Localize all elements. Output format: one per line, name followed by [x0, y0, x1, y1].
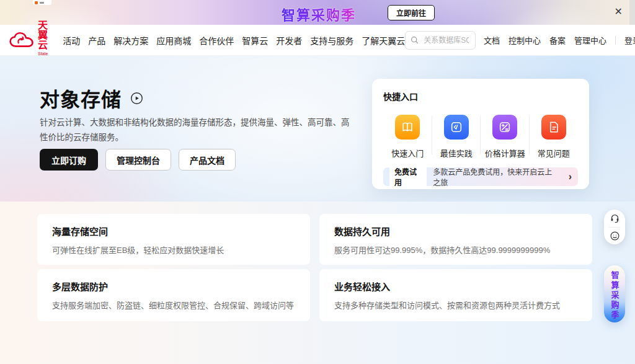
- promo-banner: 智算采购季 立即前往 ✕: [0, 0, 635, 25]
- smiley-feedback-icon[interactable]: [610, 231, 620, 241]
- browser-tab-artifact: [33, 0, 51, 5]
- logo-name: 天翼云: [38, 20, 49, 50]
- play-video-icon[interactable]: [130, 92, 143, 105]
- campaign-banner-text: 智算采购季: [609, 271, 621, 322]
- menu-item-activities[interactable]: 活动: [63, 34, 80, 47]
- page-title: 对象存储: [40, 84, 122, 112]
- free-trial-badge: 免费试用: [389, 164, 427, 189]
- free-trial-banner[interactable]: 免费试用 多款云产品免费试用，快来开启云上之旅 ›: [383, 167, 578, 186]
- floating-support-pill: [604, 210, 625, 244]
- menu-item-partners[interactable]: 合作伙伴: [199, 34, 234, 47]
- console-button[interactable]: 管理控制台: [105, 149, 171, 171]
- divider: [609, 227, 620, 228]
- menu-item-products[interactable]: 产品: [88, 34, 105, 47]
- hero-description: 针对云计算、大数据和非结构化数据的海量存储形态，提供海量、弹性、高可靠、高性价比…: [40, 115, 350, 144]
- tab-dots: [40, 2, 44, 4]
- hero-section: 对象存储 针对云计算、大数据和非结构化数据的海量存储形态，提供海量、弹性、高可靠…: [0, 56, 635, 202]
- link-beian[interactable]: 备案: [549, 34, 566, 46]
- headset-icon[interactable]: [610, 213, 620, 223]
- divider: [615, 36, 616, 45]
- feature-title: 海量存储空间: [52, 224, 295, 237]
- code-icon: [444, 115, 469, 140]
- close-icon[interactable]: ✕: [615, 6, 623, 19]
- page: 智算采购季 立即前往 ✕ 天翼云 State Cloud 活动 产品 解决方案 …: [0, 0, 635, 364]
- feature-desc: 支持多种存储类型和访问模式、按需和资源包两种灵活计费方式: [334, 299, 577, 311]
- menu-item-app-mall[interactable]: 应用商城: [156, 34, 191, 47]
- menu-item-solutions[interactable]: 解决方案: [113, 34, 148, 47]
- quick-entry-items: 快速入门 最佳实践: [383, 115, 578, 159]
- free-trial-text: 多款云产品免费试用，快来开启云上之旅: [433, 166, 556, 187]
- book-icon: [395, 115, 420, 140]
- scrollbar-strip[interactable]: [629, 0, 635, 25]
- feature-title: 多层数据防护: [52, 280, 295, 293]
- main-menu: 活动 产品 解决方案 应用商城 合作伙伴 智算云 开发者 支持与服务 了解天翼云: [63, 34, 405, 47]
- chevron-right-icon: ›: [569, 172, 572, 182]
- quick-entry-getting-started[interactable]: 快速入门: [383, 115, 432, 159]
- promo-cta-button[interactable]: 立即前往: [388, 5, 435, 20]
- feature-desc: 服务可用性可达99.995%，数据持久性高达99.9999999999%: [334, 244, 577, 255]
- promo-title: 智算采购季: [282, 4, 356, 24]
- navbar: 天翼云 State Cloud 活动 产品 解决方案 应用商城 合作伙伴 智算云…: [0, 25, 635, 56]
- link-console[interactable]: 控制中心: [508, 34, 541, 46]
- menu-item-ai-cloud[interactable]: 智算云: [242, 34, 268, 47]
- feature-card-durability: 数据持久可用 服务可用性可达99.995%，数据持久性高达99.99999999…: [319, 214, 592, 265]
- login-link[interactable]: 登录: [624, 34, 635, 46]
- search-box[interactable]: [405, 31, 476, 50]
- product-docs-button[interactable]: 产品文档: [179, 149, 236, 171]
- faq-doc-icon: [541, 115, 566, 140]
- link-docs[interactable]: 文档: [484, 34, 500, 46]
- feature-card-protection: 多层数据防护 支持服务端加密、防盗链、细粒度权限管控、合规保留、跨域访问等: [37, 269, 310, 321]
- feature-desc: 支持服务端加密、防盗链、细粒度权限管控、合规保留、跨域访问等: [52, 299, 295, 311]
- feature-card-storage: 海量存储空间 可弹性在线扩展至EB级，轻松应对数据快速增长: [37, 214, 310, 265]
- feature-card-access: 业务轻松接入 支持多种存储类型和访问模式、按需和资源包两种灵活计费方式: [319, 269, 592, 321]
- calculator-icon: [492, 115, 517, 140]
- navbar-right: 文档 控制中心 备案 管理中心 登录 免费注册: [405, 31, 635, 50]
- hero-buttons: 立即订购 管理控制台 产品文档: [40, 149, 236, 171]
- features-section: 海量存储空间 可弹性在线扩展至EB级，轻松应对数据快速增长 数据持久可用 服务可…: [0, 202, 635, 364]
- feature-desc: 可弹性在线扩展至EB级，轻松应对数据快速增长: [52, 244, 295, 255]
- utility-links: 文档 控制中心 备案 管理中心 登录: [484, 34, 635, 46]
- quick-entry-faq[interactable]: 常见问题: [530, 115, 579, 159]
- quick-entry-card: 快捷入口 快速入门: [372, 79, 589, 189]
- logo[interactable]: 天翼云 State Cloud: [9, 20, 49, 60]
- search-input[interactable]: [422, 35, 470, 45]
- order-now-button[interactable]: 立即订购: [40, 149, 98, 171]
- favicon-fragment: [35, 1, 38, 4]
- feature-title: 业务轻松接入: [334, 280, 577, 293]
- menu-item-developers[interactable]: 开发者: [276, 34, 302, 47]
- link-management[interactable]: 管理中心: [574, 34, 606, 46]
- quick-entry-best-practices[interactable]: 最佳实践: [432, 115, 481, 159]
- menu-item-about[interactable]: 了解天翼云: [362, 34, 405, 47]
- quick-entry-title: 快捷入口: [383, 90, 578, 102]
- search-icon: [411, 36, 419, 44]
- menu-item-support[interactable]: 支持与服务: [310, 34, 353, 47]
- feature-title: 数据持久可用: [334, 224, 577, 237]
- quick-entry-price-calculator[interactable]: 价格计算器: [481, 115, 530, 159]
- floating-campaign-banner[interactable]: 智算采购季: [604, 265, 625, 322]
- cloud-logo-icon: [9, 32, 35, 49]
